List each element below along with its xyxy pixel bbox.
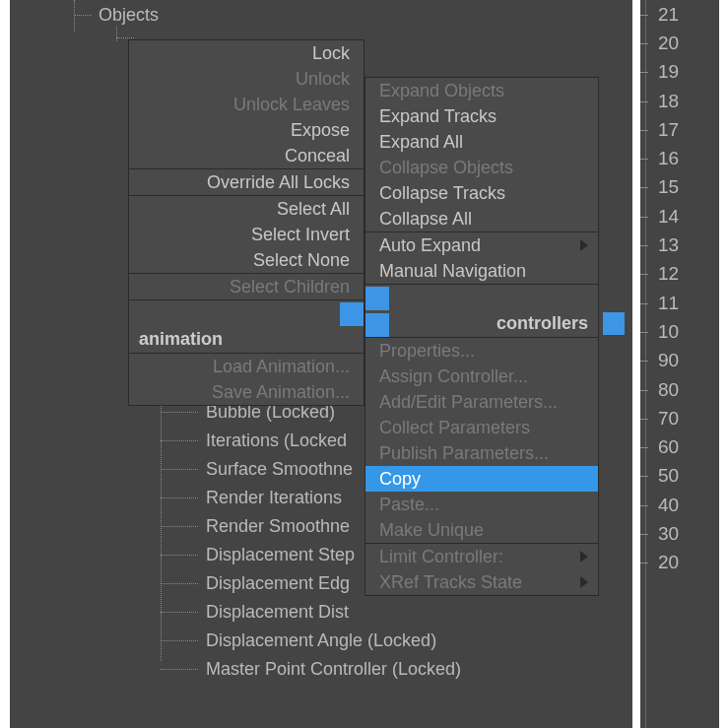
quad-indicator-icon bbox=[603, 312, 625, 335]
ruler-tick: 60 bbox=[640, 432, 719, 461]
context-menu-left: Lock Unlock Unlock Leaves Expose Conceal… bbox=[128, 39, 364, 406]
submenu-arrow-icon bbox=[580, 576, 588, 588]
ruler-tick: 20 bbox=[640, 549, 719, 577]
menu-save-animation[interactable]: Save Animation... bbox=[129, 379, 364, 405]
quad-indicator-icon bbox=[340, 302, 364, 326]
menu-publish-parameters[interactable]: Publish Parameters... bbox=[365, 440, 598, 466]
ruler-tick: 80 bbox=[640, 375, 719, 404]
ruler-tick: 10 bbox=[640, 317, 719, 346]
menu-unlock[interactable]: Unlock bbox=[129, 66, 364, 92]
menu-select-none[interactable]: Select None bbox=[129, 247, 364, 273]
menu-label: Auto Expand bbox=[379, 235, 481, 256]
ruler-panel: 21 20 19 18 17 16 15 14 13 12 11 10 90 8… bbox=[640, 0, 719, 728]
menu-xref-tracks-state[interactable]: XRef Tracks State bbox=[365, 569, 598, 595]
context-menu-right: Expand Objects Expand Tracks Expand All … bbox=[364, 77, 599, 596]
menu-expand-tracks[interactable]: Expand Tracks bbox=[365, 103, 598, 129]
menu-override-locks[interactable]: Override All Locks bbox=[129, 169, 364, 195]
quad-indicator-icon bbox=[365, 287, 389, 310]
ruler-tick: 15 bbox=[640, 173, 719, 202]
ruler-tick: 19 bbox=[640, 58, 719, 87]
menu-header-controllers: controllers bbox=[365, 310, 598, 337]
menu-add-edit-parameters[interactable]: Add/Edit Parameters... bbox=[365, 389, 598, 415]
menu-label: Limit Controller: bbox=[379, 547, 503, 567]
ruler-tick: 40 bbox=[640, 491, 719, 519]
menu-manual-navigation[interactable]: Manual Navigation bbox=[365, 258, 598, 284]
menu-header-animation: animation bbox=[129, 326, 364, 353]
tree-item[interactable]: Displacement Angle (Locked) bbox=[182, 627, 461, 655]
menu-limit-controller[interactable]: Limit Controller: bbox=[365, 544, 598, 569]
tree-connector bbox=[74, 0, 75, 32]
menu-collapse-tracks[interactable]: Collapse Tracks bbox=[365, 180, 598, 206]
tree-connector bbox=[74, 15, 92, 16]
tree-item[interactable]: Master Point Controller (Locked) bbox=[182, 655, 461, 684]
ruler-tick: 14 bbox=[640, 202, 719, 231]
ruler-tick: 21 bbox=[640, 0, 719, 29]
ruler-tick: 11 bbox=[640, 289, 719, 317]
menu-unlock-leaves[interactable]: Unlock Leaves bbox=[129, 92, 364, 117]
menu-select-children[interactable]: Select Children bbox=[129, 274, 364, 299]
ruler-tick: 16 bbox=[640, 144, 719, 172]
menu-collect-parameters[interactable]: Collect Parameters bbox=[365, 415, 598, 440]
menu-expand-objects[interactable]: Expand Objects bbox=[365, 78, 598, 103]
ruler-tick: 50 bbox=[640, 462, 719, 491]
submenu-arrow-icon bbox=[580, 239, 588, 251]
menu-copy[interactable]: Copy bbox=[365, 466, 598, 492]
menu-auto-expand[interactable]: Auto Expand bbox=[365, 232, 598, 258]
menu-paste[interactable]: Paste... bbox=[365, 492, 598, 517]
menu-select-all[interactable]: Select All bbox=[129, 196, 364, 222]
main-panel: Objects Bubble (Locked) Iterations (Lock… bbox=[10, 0, 632, 728]
submenu-arrow-icon bbox=[580, 551, 588, 563]
menu-conceal[interactable]: Conceal bbox=[129, 143, 364, 168]
ruler-tick: 17 bbox=[640, 115, 719, 144]
menu-collapse-all[interactable]: Collapse All bbox=[365, 206, 598, 232]
menu-expose[interactable]: Expose bbox=[129, 117, 364, 143]
quad-indicator-icon bbox=[365, 313, 389, 337]
menu-load-animation[interactable]: Load Animation... bbox=[129, 354, 364, 379]
ruler-tick: 20 bbox=[640, 29, 719, 57]
ruler-tick: 12 bbox=[640, 260, 719, 289]
menu-header-label: controllers bbox=[496, 313, 588, 334]
menu-blank bbox=[129, 300, 364, 326]
menu-expand-all[interactable]: Expand All bbox=[365, 129, 598, 155]
ruler-tick: 13 bbox=[640, 231, 719, 259]
menu-blank bbox=[365, 285, 598, 310]
ruler-tick: 18 bbox=[640, 87, 719, 115]
menu-assign-controller[interactable]: Assign Controller... bbox=[365, 364, 598, 389]
ruler-tick: 30 bbox=[640, 519, 719, 548]
ruler-tick: 90 bbox=[640, 347, 719, 375]
tree-connector bbox=[116, 37, 134, 38]
menu-select-invert[interactable]: Select Invert bbox=[129, 222, 364, 247]
menu-label: XRef Tracks State bbox=[379, 572, 522, 593]
menu-properties[interactable]: Properties... bbox=[365, 338, 598, 364]
ruler-tick: 70 bbox=[640, 404, 719, 432]
tree-connector bbox=[116, 27, 117, 41]
menu-collapse-objects[interactable]: Collapse Objects bbox=[365, 155, 598, 180]
tree-item[interactable]: Displacement Dist bbox=[182, 598, 461, 627]
menu-make-unique[interactable]: Make Unique bbox=[365, 517, 598, 543]
menu-lock[interactable]: Lock bbox=[129, 40, 364, 66]
tree-root-objects[interactable]: Objects bbox=[99, 5, 159, 26]
